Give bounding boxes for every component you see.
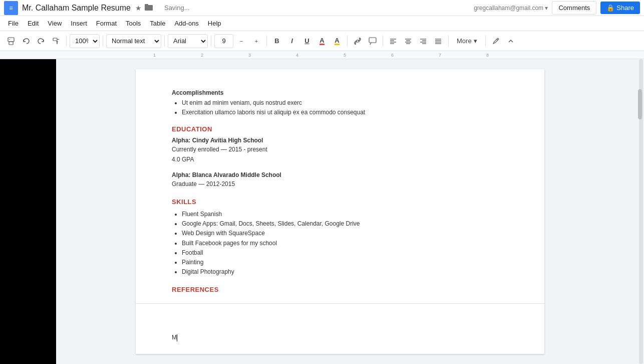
accomplishments-title: Accomplishments (172, 89, 508, 96)
skill-item-1: Fluent Spanish (182, 210, 508, 219)
accomplishment-item-2: Exercitation ullamco laboris nisi ut ali… (182, 108, 508, 117)
edit-pencil-button[interactable] (489, 34, 503, 48)
highlight-label: A (335, 37, 339, 45)
comments-button[interactable]: Comments (552, 1, 596, 15)
top-right-actions: gregcallaham@gmail.com ▾ Comments 🔒 Shar… (474, 1, 640, 15)
share-button[interactable]: 🔒 Share (600, 2, 640, 14)
skill-item-7: Digital Photography (182, 267, 508, 277)
document-area[interactable]: Accomplishments Ut enim ad minim veniam,… (56, 59, 624, 364)
link-button[interactable] (351, 34, 365, 48)
education-header: EDUCATION (172, 125, 508, 133)
menu-help[interactable]: Help (204, 18, 225, 29)
menu-table[interactable]: Table (146, 18, 169, 29)
print-button[interactable] (4, 34, 18, 48)
toolbar-sep-3 (164, 36, 165, 47)
align-center-button[interactable] (401, 34, 415, 48)
redo-button[interactable] (34, 34, 48, 48)
collapse-toolbar-button[interactable] (504, 34, 518, 48)
star-icon[interactable]: ★ (135, 4, 142, 12)
ruler: 1 2 3 4 5 6 7 8 (0, 51, 644, 59)
toolbar-sep-1 (66, 36, 67, 47)
menu-addons[interactable]: Add-ons (170, 18, 202, 29)
school-2-name: Alpha: Blanca Alvarado Middle School (172, 171, 508, 178)
size-decrease-button[interactable]: − (234, 34, 248, 48)
italic-button[interactable]: I (285, 34, 299, 48)
school-1-detail-1: Currently enrolled — 2015 - present (172, 145, 508, 154)
svg-rect-4 (9, 39, 10, 40)
school-1-detail-2: 4.0 GPA (172, 155, 508, 164)
zoom-select[interactable]: 100% (70, 34, 100, 48)
align-left-button[interactable] (386, 34, 400, 48)
skill-item-3: Web Design with SquareSpace (182, 229, 508, 238)
toolbar-sep-9 (485, 36, 486, 47)
paint-format-button[interactable] (49, 34, 63, 48)
menu-view[interactable]: View (44, 18, 66, 29)
ruler-mark-1: 1 (153, 53, 156, 58)
svg-rect-7 (369, 38, 376, 43)
right-sidebar (624, 59, 644, 364)
doc-title[interactable]: Mr. Callaham Sample Resume (22, 4, 131, 13)
cursor-text: M (172, 334, 177, 341)
school-2: Alpha: Blanca Alvarado Middle School Gra… (172, 171, 508, 189)
school-2-detail-1: Graduate — 2012-2015 (172, 179, 508, 189)
scrollbar-thumb[interactable] (638, 89, 642, 119)
toolbar-sep-8 (448, 36, 449, 47)
menu-insert[interactable]: Insert (67, 18, 91, 29)
more-button[interactable]: More ▾ (452, 34, 482, 48)
page-break (136, 303, 544, 304)
font-select[interactable]: Arial (168, 34, 208, 48)
education-section: EDUCATION Alpha: Cindy Avitia High Schoo… (172, 125, 508, 189)
cursor-line[interactable]: M (172, 334, 508, 341)
svg-point-6 (57, 41, 58, 42)
underline-button[interactable]: U (300, 34, 314, 48)
svg-line-24 (497, 39, 498, 40)
user-email[interactable]: gregcallaham@gmail.com ▾ (474, 5, 548, 12)
ruler-mark-8: 8 (486, 53, 489, 58)
lock-icon: 🔒 (606, 4, 614, 12)
align-right-button[interactable] (416, 34, 430, 48)
toolbar-sep-4 (211, 36, 211, 47)
title-bar: ≡ Mr. Callaham Sample Resume ★ Saving...… (0, 0, 644, 16)
toolbar-sep-5 (266, 36, 267, 47)
menu-format[interactable]: Format (92, 18, 121, 29)
document-page[interactable]: Accomplishments Ut enim ad minim veniam,… (136, 69, 544, 354)
docs-icon-lines: ≡ (9, 5, 13, 12)
highlight-button[interactable]: A (330, 34, 344, 48)
text-color-button[interactable]: A (315, 34, 329, 48)
folder-icon[interactable] (145, 4, 153, 12)
style-select[interactable]: Normal text (106, 34, 161, 48)
align-justify-button[interactable] (431, 34, 445, 48)
more-chevron-icon: ▾ (474, 37, 477, 45)
ruler-mark-5: 5 (344, 53, 346, 58)
menu-tools[interactable]: Tools (122, 18, 145, 29)
menu-edit[interactable]: Edit (24, 18, 43, 29)
ruler-mark-6: 6 (391, 53, 394, 58)
svg-rect-2 (8, 38, 14, 42)
undo-button[interactable] (19, 34, 33, 48)
text-color-label: A (319, 37, 324, 45)
skills-list: Fluent Spanish Google Apps: Gmail, Docs,… (182, 210, 508, 277)
main-area: Accomplishments Ut enim ad minim veniam,… (0, 59, 644, 364)
scrollbar-track[interactable] (639, 59, 643, 364)
ruler-mark-4: 4 (296, 53, 298, 58)
comment-button[interactable] (366, 34, 380, 48)
school-1-name: Alpha: Cindy Avitia High School (172, 137, 508, 144)
text-cursor (177, 334, 177, 341)
skills-header: SKILLS (172, 198, 508, 206)
skill-item-2: Google Apps: Gmail, Docs, Sheets, Slides… (182, 219, 508, 229)
saving-status: Saving... (164, 4, 190, 12)
ruler-content: 1 2 3 4 5 6 7 8 (113, 51, 644, 59)
next-page[interactable]: M (172, 314, 508, 341)
skill-item-4: Built Facebook pages for my school (182, 239, 508, 248)
toolbar-sep-7 (383, 36, 383, 47)
bold-button[interactable]: B (270, 34, 284, 48)
share-label: Share (616, 4, 634, 12)
references-header: REFERENCES (172, 286, 508, 293)
left-sidebar (0, 59, 56, 364)
school-1: Alpha: Cindy Avitia High School Currentl… (172, 137, 508, 164)
font-size-input[interactable] (214, 34, 233, 48)
ruler-mark-7: 7 (439, 53, 441, 58)
references-section: REFERENCES (172, 286, 508, 293)
size-increase-button[interactable]: + (249, 34, 263, 48)
menu-file[interactable]: File (4, 18, 23, 29)
